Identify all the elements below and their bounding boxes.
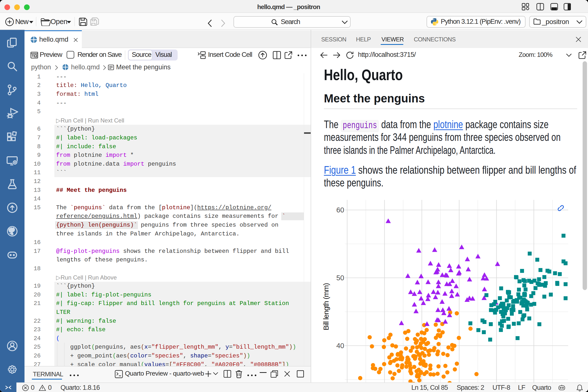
svg-text:50: 50 bbox=[336, 274, 344, 282]
svg-text:40: 40 bbox=[336, 342, 344, 350]
svg-text:60: 60 bbox=[336, 206, 344, 214]
svg-text:Bill length (mm): Bill length (mm) bbox=[322, 283, 330, 330]
